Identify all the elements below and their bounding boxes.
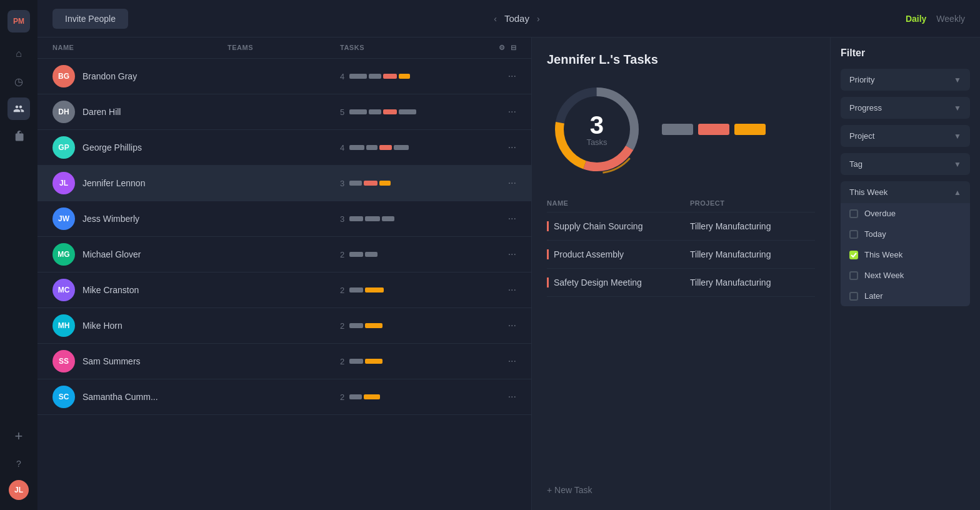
date-option-label: Today <box>864 229 886 239</box>
daily-view-button[interactable]: Daily <box>906 14 926 24</box>
task-bar <box>382 216 394 221</box>
person-tasks-cell: 5 <box>340 108 479 117</box>
tag-filter[interactable]: Tag ▼ <box>841 153 970 175</box>
task-bar <box>365 216 380 221</box>
invite-people-button[interactable]: Invite People <box>52 9 128 29</box>
sidebar-item-clock[interactable]: ◷ <box>8 70 30 92</box>
person-name-cell: SS Sam Summers <box>52 350 228 372</box>
person-task-count: 2 <box>340 286 344 295</box>
legend-bar-red <box>698 124 729 135</box>
person-name: George Phillips <box>82 142 142 152</box>
task-count-label: Tasks <box>586 138 607 147</box>
person-row[interactable]: GP George Phillips 4 ··· <box>38 130 531 166</box>
date-option-item[interactable]: Next Week <box>841 265 970 286</box>
task-row[interactable]: Product Assembly Tillery Manufacturing <box>547 241 815 269</box>
new-task-button[interactable]: + New Task <box>547 485 815 495</box>
person-avatar: SS <box>52 350 75 372</box>
person-options-button[interactable]: ··· <box>479 320 516 331</box>
person-name: Samantha Cumm... <box>82 392 158 402</box>
sidebar-item-briefcase[interactable] <box>8 125 30 148</box>
filter-title: Filter <box>841 48 970 59</box>
sidebar-item-people[interactable] <box>8 98 30 120</box>
project-filter-label: Project <box>849 131 874 141</box>
task-bar <box>379 145 392 150</box>
date-option-item[interactable]: Overdue <box>841 203 970 224</box>
task-bar <box>366 145 378 150</box>
help-button[interactable]: ? <box>8 452 30 475</box>
task-bar <box>369 109 381 114</box>
user-avatar[interactable]: JL <box>9 480 29 500</box>
person-options-button[interactable]: ··· <box>479 71 516 82</box>
person-avatar: SC <box>52 386 75 408</box>
filter-icon[interactable]: ⊟ <box>511 44 517 52</box>
priority-dropdown-arrow: ▼ <box>954 76 961 84</box>
person-tasks-cell: 3 <box>340 214 479 224</box>
add-button[interactable]: + <box>8 425 30 448</box>
person-row[interactable]: JL Jennifer Lennon 3 ··· <box>38 166 531 201</box>
task-bar <box>349 394 362 399</box>
person-avatar: DH <box>52 101 75 123</box>
task-bar <box>399 74 410 79</box>
person-tasks-cell: 2 <box>340 286 479 295</box>
task-bars <box>349 252 378 257</box>
main-content: Invite People ‹ Today › Daily Weekly NAM… <box>38 0 980 510</box>
person-avatar: MC <box>52 279 75 301</box>
task-bar <box>383 74 397 79</box>
person-row[interactable]: MG Michael Glover 2 ··· <box>38 237 531 272</box>
date-option-item[interactable]: Today <box>841 224 970 244</box>
task-bar <box>383 109 397 114</box>
weekly-view-button[interactable]: Weekly <box>936 14 965 24</box>
project-filter[interactable]: Project ▼ <box>841 125 970 147</box>
person-options-button[interactable]: ··· <box>479 213 516 224</box>
task-bars <box>349 359 382 364</box>
checkbox <box>849 230 858 239</box>
task-bar <box>349 252 363 257</box>
tag-filter-label: Tag <box>849 159 862 169</box>
date-option-item[interactable]: Later <box>841 286 970 306</box>
person-avatar: BG <box>52 65 75 88</box>
person-options-button[interactable]: ··· <box>479 178 516 189</box>
date-dropdown-arrow: ▲ <box>954 188 961 197</box>
name-column-header: NAME <box>52 44 228 52</box>
next-day-button[interactable]: › <box>537 14 540 24</box>
person-row[interactable]: BG Brandon Gray 4 ··· <box>38 59 531 94</box>
sidebar-item-home[interactable]: ⌂ <box>8 42 30 65</box>
task-bar <box>349 145 364 150</box>
person-name-cell: MH Mike Horn <box>52 314 228 337</box>
date-filter-header[interactable]: This Week ▲ <box>841 181 970 203</box>
filter-settings-icon[interactable]: ⚙ <box>499 44 506 52</box>
task-bar <box>365 323 382 328</box>
legend-bar-amber <box>734 124 766 135</box>
person-row[interactable]: JW Jess Wimberly 3 ··· <box>38 201 531 237</box>
person-row[interactable]: DH Daren Hill 5 ··· <box>38 94 531 130</box>
prev-day-button[interactable]: ‹ <box>494 14 497 24</box>
person-name-cell: SC Samantha Cumm... <box>52 386 228 408</box>
date-option-label: Overdue <box>864 209 896 218</box>
app-logo[interactable]: PM <box>8 10 30 32</box>
person-options-button[interactable]: ··· <box>479 356 516 367</box>
person-name: Jennifer Lennon <box>82 178 145 188</box>
date-filter-container: This Week ▲ OverdueTodayThis WeekNext We… <box>841 181 970 306</box>
progress-dropdown-arrow: ▼ <box>954 104 961 112</box>
task-bars <box>349 394 380 399</box>
priority-filter[interactable]: Priority ▼ <box>841 69 970 91</box>
date-filter-label: This Week <box>849 188 888 197</box>
person-row[interactable]: SS Sam Summers 2 ··· <box>38 344 531 379</box>
donut-chart: 3 Tasks <box>547 79 647 179</box>
date-dropdown-list: OverdueTodayThis WeekNext WeekLater <box>841 203 970 306</box>
person-options-button[interactable]: ··· <box>479 142 516 153</box>
person-row[interactable]: MC Mike Cranston 2 ··· <box>38 272 531 308</box>
person-options-button[interactable]: ··· <box>479 106 516 118</box>
person-row[interactable]: SC Samantha Cumm... 2 ··· <box>38 379 531 415</box>
sidebar: PM ⌂ ◷ + ? JL <box>0 0 38 510</box>
progress-filter[interactable]: Progress ▼ <box>841 97 970 119</box>
person-task-count: 2 <box>340 250 344 259</box>
task-row[interactable]: Supply Chain Sourcing Tillery Manufactur… <box>547 212 815 241</box>
person-row[interactable]: MH Mike Horn 2 ··· <box>38 308 531 344</box>
person-options-button[interactable]: ··· <box>479 284 516 296</box>
tag-dropdown-arrow: ▼ <box>954 160 961 169</box>
task-row[interactable]: Safety Design Meeting Tillery Manufactur… <box>547 269 815 297</box>
person-options-button[interactable]: ··· <box>479 391 516 402</box>
person-options-button[interactable]: ··· <box>479 249 516 260</box>
date-option-item[interactable]: This Week <box>841 244 970 265</box>
